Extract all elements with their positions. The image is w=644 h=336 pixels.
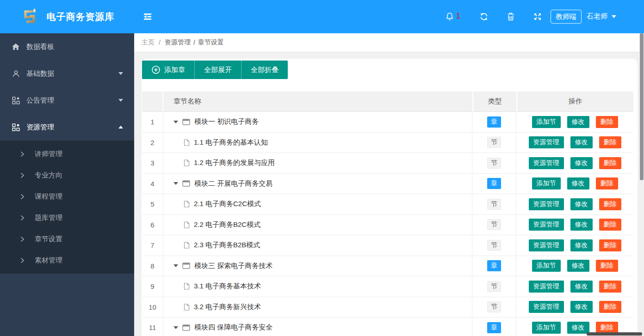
refresh-button[interactable]	[479, 12, 489, 23]
delete-button[interactable]: 删除	[599, 219, 621, 231]
section-file-icon	[184, 304, 190, 311]
type-badge: 章	[487, 178, 501, 189]
edit-button[interactable]: 修改	[570, 281, 593, 293]
submenu-item[interactable]: 题库管理	[0, 207, 134, 228]
resource-manage-button[interactable]: 资源管理	[529, 281, 564, 293]
caret-down-icon[interactable]	[173, 264, 178, 267]
resource-manage-button[interactable]: 资源管理	[529, 239, 564, 251]
breadcrumb-home[interactable]: 主页	[142, 38, 155, 47]
edit-button[interactable]: 修改	[567, 177, 589, 189]
delete-button[interactable]: 删除	[599, 136, 621, 148]
delete-button[interactable]: 删除	[599, 301, 621, 313]
vertical-scrollbar-thumb[interactable]	[640, 33, 644, 180]
resource-manage-button[interactable]: 资源管理	[529, 157, 564, 169]
add-chapter-button[interactable]: 添加章	[142, 61, 194, 79]
edit-button[interactable]: 修改	[570, 239, 593, 251]
logo-area: 电子商务资源库	[0, 0, 134, 33]
sidebar-item-resource-mgmt[interactable]: 资源管理	[0, 114, 134, 141]
delete-button[interactable]: 删除	[599, 198, 621, 210]
table-row: 6 2.2 电子商务B2C模式 节 资源管理修改删除	[142, 215, 633, 236]
submenu-item[interactable]: 素材管理	[0, 250, 134, 271]
add-chapter-label: 添加章	[164, 66, 185, 74]
caret-down-icon	[612, 15, 616, 18]
row-name-cell: 模块二 开展电子商务交易	[163, 174, 472, 194]
row-title: 1.2 电子商务的发展与应用	[194, 159, 275, 167]
trash-button[interactable]	[507, 12, 515, 23]
sidebar-item-label: 资源管理	[26, 123, 54, 132]
row-index: 4	[142, 174, 163, 194]
edit-button[interactable]: 修改	[567, 260, 589, 272]
refresh-icon	[479, 12, 489, 21]
caret-down-icon[interactable]	[173, 182, 178, 185]
row-index: 10	[142, 297, 163, 318]
expand-all-label: 全部展开	[204, 66, 232, 74]
expand-all-button[interactable]: 全部展开	[194, 61, 241, 79]
row-index: 9	[142, 276, 163, 297]
row-actions-cell: 资源管理修改删除	[516, 133, 633, 153]
submenu-item[interactable]: 专业方向	[0, 165, 134, 186]
submenu-item[interactable]: 讲师管理	[0, 143, 134, 165]
edit-button[interactable]: 修改	[567, 116, 589, 128]
row-title: 模块一 初识电子商务	[194, 117, 259, 126]
delete-button[interactable]: 删除	[599, 239, 621, 251]
row-actions-cell: 添加节修改删除	[516, 174, 633, 194]
sidebar-item-basic-data[interactable]: 基础数据	[0, 60, 134, 87]
edit-button[interactable]: 修改	[570, 157, 593, 169]
table-row: 5 2.1 电子商务C2C模式 节 资源管理修改删除	[142, 194, 633, 215]
user-menu[interactable]: 石老师	[587, 12, 616, 21]
sidebar-item-label: 数据看板	[26, 43, 54, 51]
collapse-all-button[interactable]: 全部折叠	[241, 61, 288, 79]
chapter-window-icon	[182, 324, 190, 331]
row-type-cell: 节	[472, 194, 516, 214]
edit-button[interactable]: 修改	[567, 322, 589, 334]
caret-down-icon[interactable]	[173, 121, 178, 123]
collapse-menu-button[interactable]	[142, 12, 153, 22]
row-type-cell: 节	[472, 276, 516, 297]
delete-button[interactable]: 删除	[596, 177, 618, 189]
notifications-button[interactable]	[445, 12, 454, 23]
resource-manage-button[interactable]: 资源管理	[529, 198, 564, 210]
add-section-button[interactable]: 添加节	[532, 260, 561, 272]
caret-down-icon[interactable]	[173, 326, 178, 329]
row-name-cell: 1.2 电子商务的发展与应用	[163, 153, 472, 173]
resource-manage-button[interactable]: 资源管理	[529, 136, 564, 148]
breadcrumb-current-page: 章节设置	[198, 38, 224, 47]
edit-button[interactable]: 修改	[570, 219, 593, 231]
add-section-button[interactable]: 添加节	[532, 116, 561, 128]
resource-manage-button[interactable]: 资源管理	[529, 219, 564, 231]
delete-button[interactable]: 删除	[596, 116, 618, 128]
type-badge: 节	[487, 158, 501, 169]
delete-button[interactable]: 删除	[596, 260, 618, 272]
role-badge[interactable]: 教师端	[551, 10, 582, 24]
section-file-icon	[184, 201, 190, 208]
edit-button[interactable]: 修改	[570, 136, 593, 148]
row-name-cell: 模块三 探索电子商务技术	[163, 256, 472, 276]
edit-button[interactable]: 修改	[570, 198, 593, 210]
notification-count: 1	[456, 12, 460, 20]
delete-button[interactable]: 删除	[599, 281, 621, 293]
sidebar-item-announcement-mgmt[interactable]: 公告管理	[0, 87, 134, 114]
fullscreen-button[interactable]	[533, 12, 542, 23]
section-file-icon	[184, 242, 190, 249]
submenu-item[interactable]: 课程管理	[0, 186, 134, 207]
chevron-right-icon	[20, 257, 25, 263]
username: 石老师	[587, 12, 607, 21]
table-row: 10 3.2 电子商务新兴技术 节 资源管理修改删除	[142, 297, 633, 318]
row-actions-cell: 资源管理修改删除	[516, 153, 633, 173]
row-type-cell: 章	[472, 318, 516, 336]
add-section-button[interactable]: 添加节	[532, 322, 561, 334]
submenu-item[interactable]: 章节设置	[0, 228, 134, 250]
user-icon	[12, 70, 20, 78]
delete-button[interactable]: 删除	[596, 322, 618, 334]
table-row: 9 3.1 电子商务基本技术 节 资源管理修改删除	[142, 276, 633, 297]
edit-button[interactable]: 修改	[570, 301, 593, 313]
horizontal-scrollbar-thumb[interactable]	[587, 332, 642, 336]
breadcrumb: 主页 / 资源管理 / 章节设置	[134, 33, 644, 52]
row-actions-cell: 资源管理修改删除	[516, 215, 633, 235]
row-type-cell: 节	[472, 297, 516, 318]
resource-manage-button[interactable]: 资源管理	[529, 301, 564, 313]
sidebar-item-data-dashboard[interactable]: 数据看板	[0, 33, 134, 60]
add-section-button[interactable]: 添加节	[532, 177, 561, 189]
row-title: 2.3 电子商务B2B模式	[194, 241, 260, 250]
delete-button[interactable]: 删除	[599, 157, 621, 169]
